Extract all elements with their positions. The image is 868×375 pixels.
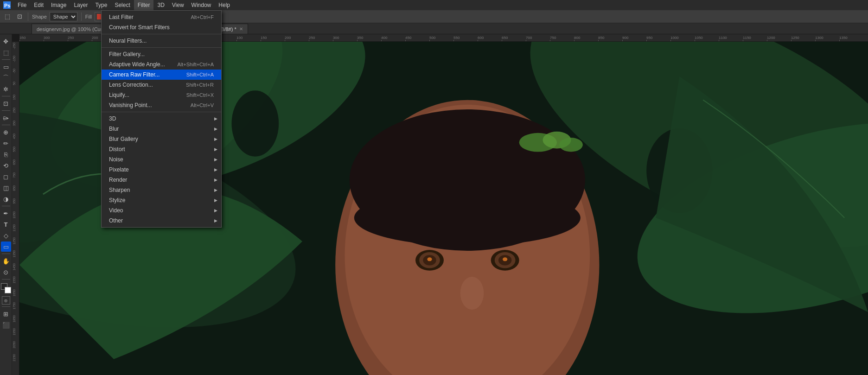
tool-sep-4 (2, 125, 10, 125)
pixelate-submenu-item[interactable]: Pixelate (102, 165, 221, 175)
type-tool[interactable]: T (1, 219, 11, 229)
menubar: Ps File Edit Image Layer Type Select Fil… (0, 0, 868, 10)
tool-sep-8 (2, 306, 10, 307)
tool-sep-5 (2, 206, 10, 206)
other-submenu-item[interactable]: Other (102, 216, 221, 226)
menu-filter[interactable]: Filter (134, 0, 154, 10)
tab-close-2[interactable]: ✕ (239, 26, 243, 32)
liquify-item[interactable]: Liquify... Shift+Ctrl+X (102, 90, 221, 100)
color-swatches[interactable] (1, 283, 11, 293)
dodge-tool[interactable]: ◑ (1, 194, 11, 204)
noise-submenu-item[interactable]: Noise (102, 154, 221, 165)
menu-select[interactable]: Select (111, 0, 134, 10)
resize-icon[interactable]: ⊡ (15, 12, 24, 21)
blur-submenu-item[interactable]: Blur (102, 124, 221, 134)
render-submenu-item[interactable]: Render (102, 175, 221, 185)
last-filter-item[interactable]: Last Filter Alt+Ctrl+F (102, 12, 221, 22)
filter-section-3: Filter Gallery... Adaptive Wide Angle...… (102, 48, 221, 112)
neural-filters-item[interactable]: Neural Filters... (102, 36, 221, 46)
shape-label: Shape (32, 14, 47, 19)
select-tool[interactable]: ▭ (1, 62, 11, 72)
divider (28, 13, 28, 21)
shape-select[interactable]: Shape Path Pixels (50, 12, 77, 21)
eyedropper-tool[interactable]: ⌲ (1, 113, 11, 123)
lens-correction-item[interactable]: Lens Correction... Shift+Ctrl+R (102, 80, 221, 90)
filter-dropdown: Last Filter Alt+Ctrl+F Convert for Smart… (101, 10, 222, 228)
lasso-tool[interactable]: ⌒ (1, 73, 11, 83)
svg-point-22 (503, 257, 507, 261)
filter-section-1: Last Filter Alt+Ctrl+F Convert for Smart… (102, 11, 221, 34)
crop-tool[interactable]: ⊡ (1, 98, 11, 108)
new-layer-icon[interactable]: ⬚ (3, 12, 12, 21)
eraser-tool[interactable]: ◻ (1, 172, 11, 182)
ruler-vertical: -250-150-5050150250350450550650750850950… (12, 42, 19, 375)
ps-logo: Ps (2, 0, 12, 10)
filter-section-2: Neural Filters... (102, 34, 221, 48)
menu-3d[interactable]: 3D (153, 0, 168, 10)
tool-sep-6 (2, 254, 10, 254)
svg-text:Ps: Ps (4, 3, 10, 8)
adaptive-wide-angle-item[interactable]: Adaptive Wide Angle... Alt+Shift+Ctrl+A (102, 59, 221, 70)
move-tool[interactable]: ✥ (1, 36, 11, 46)
convert-smart-filters-item[interactable]: Convert for Smart Filters (102, 22, 221, 32)
path-tool[interactable]: ◇ (1, 230, 11, 241)
menu-image[interactable]: Image (47, 0, 70, 10)
menu-type[interactable]: Type (91, 0, 111, 10)
shape-tool[interactable]: ▭ (1, 242, 11, 252)
filter-section-4: 3D Blur Blur Gallery Distort Noise Pixel… (102, 112, 221, 227)
filter-gallery-item[interactable]: Filter Gallery... (102, 49, 221, 59)
tool-sep-2 (2, 96, 10, 96)
divider2 (81, 13, 82, 21)
background-color[interactable] (5, 287, 11, 293)
tool-sep-7 (2, 279, 10, 280)
fill-label: Fill (85, 14, 92, 19)
sharpen-submenu-item[interactable]: Sharpen (102, 185, 221, 195)
tool-sep-1 (2, 59, 10, 60)
zoom-tool[interactable]: ⊙ (1, 267, 11, 277)
history-tool[interactable]: ⟲ (1, 160, 11, 171)
clone-tool[interactable]: ⎘ (1, 149, 11, 159)
svg-point-9 (232, 90, 279, 156)
tool-sep-3 (2, 110, 10, 111)
svg-point-14 (354, 190, 581, 246)
distort-submenu-item[interactable]: Distort (102, 144, 221, 154)
menu-window[interactable]: Window (188, 0, 215, 10)
quick-mask-toggle[interactable]: ◎ (2, 296, 10, 305)
menu-file[interactable]: File (14, 0, 30, 10)
menu-help[interactable]: Help (215, 0, 234, 10)
tools-panel: ✥ ⬚ ▭ ⌒ ✲ ⊡ ⌲ ⊕ ✏ ⎘ ⟲ ◻ ◫ ◑ ✒ T ◇ ▭ ✋ ⊙ … (0, 34, 12, 375)
pen-tool[interactable]: ✒ (1, 208, 11, 218)
blur-gallery-submenu-item[interactable]: Blur Gallery (102, 134, 221, 144)
menu-view[interactable]: View (168, 0, 188, 10)
svg-point-18 (427, 257, 432, 261)
svg-point-23 (460, 277, 484, 310)
ruler-corner (12, 34, 19, 42)
3d-submenu-item[interactable]: 3D (102, 114, 221, 124)
heal-tool[interactable]: ⊕ (1, 127, 11, 137)
magic-wand-tool[interactable]: ✲ (1, 84, 11, 94)
brush-tool[interactable]: ✏ (1, 138, 11, 148)
menu-layer[interactable]: Layer (70, 0, 91, 10)
video-submenu-item[interactable]: Video (102, 205, 221, 216)
camera-raw-filter-item[interactable]: Camera Raw Filter... Shift+Ctrl+A (102, 70, 221, 80)
hand-tool[interactable]: ✋ (1, 256, 11, 266)
gradient-tool[interactable]: ◫ (1, 183, 11, 193)
artboard-tool[interactable]: ⬚ (1, 47, 11, 57)
svg-point-26 (559, 138, 583, 152)
vanishing-point-item[interactable]: Vanishing Point... Alt+Ctrl+V (102, 100, 221, 110)
app-frame-icon[interactable]: ⬛ (1, 320, 11, 330)
screen-mode-icon[interactable]: ⊞ (1, 309, 11, 319)
stylize-submenu-item[interactable]: Stylize (102, 195, 221, 205)
menu-edit[interactable]: Edit (30, 0, 47, 10)
